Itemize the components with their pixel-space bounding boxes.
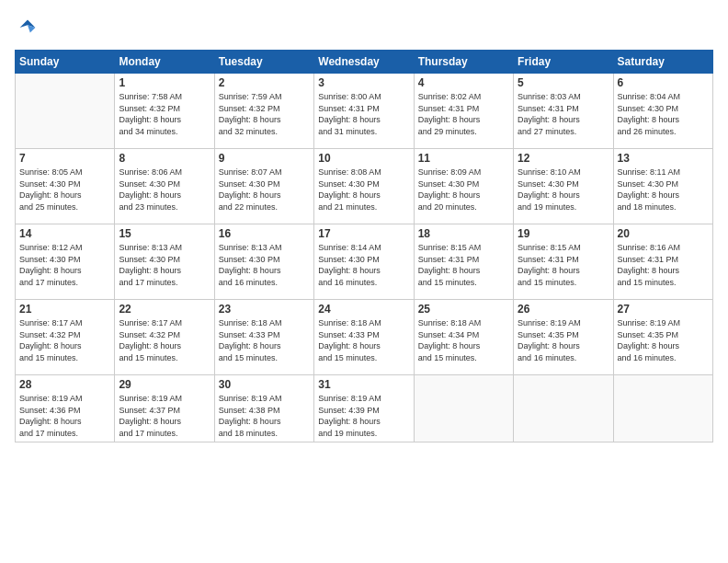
day-info: Sunrise: 8:02 AM Sunset: 4:31 PM Dayligh…: [418, 91, 509, 137]
calendar-cell: 26Sunrise: 8:19 AM Sunset: 4:35 PM Dayli…: [514, 300, 613, 375]
day-number: 23: [219, 303, 310, 316]
day-info: Sunrise: 8:12 AM Sunset: 4:30 PM Dayligh…: [19, 242, 110, 288]
calendar-cell: 5Sunrise: 8:03 AM Sunset: 4:31 PM Daylig…: [514, 74, 613, 149]
day-info: Sunrise: 8:17 AM Sunset: 4:32 PM Dayligh…: [19, 317, 110, 363]
day-number: 20: [618, 227, 709, 240]
calendar-cell: 12Sunrise: 8:10 AM Sunset: 4:30 PM Dayli…: [514, 149, 613, 224]
calendar-cell: 17Sunrise: 8:14 AM Sunset: 4:30 PM Dayli…: [314, 224, 414, 300]
day-info: Sunrise: 8:08 AM Sunset: 4:30 PM Dayligh…: [318, 167, 409, 213]
day-info: Sunrise: 8:09 AM Sunset: 4:30 PM Dayligh…: [418, 167, 509, 213]
calendar-cell: 18Sunrise: 8:15 AM Sunset: 4:31 PM Dayli…: [414, 224, 513, 300]
day-number: 4: [418, 76, 509, 89]
calendar-cell: 24Sunrise: 8:18 AM Sunset: 4:33 PM Dayli…: [314, 300, 414, 375]
calendar-cell: 3Sunrise: 8:00 AM Sunset: 4:31 PM Daylig…: [314, 74, 414, 149]
day-info: Sunrise: 8:17 AM Sunset: 4:32 PM Dayligh…: [119, 317, 210, 363]
weekday-header-sunday: Sunday: [16, 51, 115, 74]
day-info: Sunrise: 8:00 AM Sunset: 4:31 PM Dayligh…: [318, 91, 409, 137]
week-row-3: 14Sunrise: 8:12 AM Sunset: 4:30 PM Dayli…: [16, 224, 713, 300]
calendar-cell: [613, 375, 712, 442]
day-number: 12: [518, 152, 609, 165]
day-info: Sunrise: 8:11 AM Sunset: 4:30 PM Dayligh…: [618, 167, 709, 213]
calendar-cell: [16, 74, 115, 149]
day-info: Sunrise: 7:58 AM Sunset: 4:32 PM Dayligh…: [119, 91, 210, 137]
day-number: 27: [618, 303, 709, 316]
day-info: Sunrise: 8:04 AM Sunset: 4:30 PM Dayligh…: [618, 91, 709, 137]
day-info: Sunrise: 8:07 AM Sunset: 4:30 PM Dayligh…: [219, 167, 310, 213]
day-number: 5: [518, 76, 609, 89]
calendar-cell: 4Sunrise: 8:02 AM Sunset: 4:31 PM Daylig…: [414, 74, 513, 149]
svg-marker-0: [20, 20, 36, 28]
day-info: Sunrise: 8:15 AM Sunset: 4:31 PM Dayligh…: [518, 242, 609, 288]
weekday-header-tuesday: Tuesday: [214, 51, 313, 74]
day-info: Sunrise: 8:14 AM Sunset: 4:30 PM Dayligh…: [318, 242, 409, 288]
day-info: Sunrise: 8:05 AM Sunset: 4:30 PM Dayligh…: [19, 167, 110, 213]
day-info: Sunrise: 8:19 AM Sunset: 4:36 PM Dayligh…: [19, 393, 110, 439]
day-number: 29: [119, 378, 210, 391]
day-number: 2: [219, 76, 310, 89]
day-number: 21: [19, 303, 110, 316]
calendar-cell: [514, 375, 613, 442]
calendar-cell: 16Sunrise: 8:13 AM Sunset: 4:30 PM Dayli…: [214, 224, 313, 300]
day-info: Sunrise: 8:13 AM Sunset: 4:30 PM Dayligh…: [119, 242, 210, 288]
week-row-1: 1Sunrise: 7:58 AM Sunset: 4:32 PM Daylig…: [16, 74, 713, 149]
weekday-header-thursday: Thursday: [414, 51, 513, 74]
day-number: 26: [518, 303, 609, 316]
day-info: Sunrise: 8:19 AM Sunset: 4:38 PM Dayligh…: [219, 393, 310, 439]
calendar-cell: 21Sunrise: 8:17 AM Sunset: 4:32 PM Dayli…: [16, 300, 115, 375]
calendar-cell: 30Sunrise: 8:19 AM Sunset: 4:38 PM Dayli…: [214, 375, 313, 442]
logo: [15, 15, 44, 40]
calendar-cell: 22Sunrise: 8:17 AM Sunset: 4:32 PM Dayli…: [115, 300, 214, 375]
calendar-cell: [414, 375, 513, 442]
calendar-cell: 6Sunrise: 8:04 AM Sunset: 4:30 PM Daylig…: [613, 74, 712, 149]
day-info: Sunrise: 8:19 AM Sunset: 4:35 PM Dayligh…: [518, 317, 609, 363]
weekday-header-friday: Friday: [514, 51, 613, 74]
weekday-header-saturday: Saturday: [613, 51, 712, 74]
calendar-cell: 31Sunrise: 8:19 AM Sunset: 4:39 PM Dayli…: [314, 375, 414, 442]
calendar-cell: 25Sunrise: 8:18 AM Sunset: 4:34 PM Dayli…: [414, 300, 513, 375]
day-number: 16: [219, 227, 310, 240]
day-number: 19: [518, 227, 609, 240]
calendar-cell: 2Sunrise: 7:59 AM Sunset: 4:32 PM Daylig…: [214, 74, 313, 149]
calendar-cell: 19Sunrise: 8:15 AM Sunset: 4:31 PM Dayli…: [514, 224, 613, 300]
day-number: 7: [19, 152, 110, 165]
day-info: Sunrise: 8:13 AM Sunset: 4:30 PM Dayligh…: [219, 242, 310, 288]
day-number: 3: [318, 76, 409, 89]
day-info: Sunrise: 8:16 AM Sunset: 4:31 PM Dayligh…: [618, 242, 709, 288]
week-row-2: 7Sunrise: 8:05 AM Sunset: 4:30 PM Daylig…: [16, 149, 713, 224]
day-number: 9: [219, 152, 310, 165]
day-number: 1: [119, 76, 210, 89]
day-number: 31: [318, 378, 409, 391]
day-info: Sunrise: 8:03 AM Sunset: 4:31 PM Dayligh…: [518, 91, 609, 137]
day-info: Sunrise: 8:15 AM Sunset: 4:31 PM Dayligh…: [418, 242, 509, 288]
calendar-cell: 9Sunrise: 8:07 AM Sunset: 4:30 PM Daylig…: [214, 149, 313, 224]
day-info: Sunrise: 8:10 AM Sunset: 4:30 PM Dayligh…: [518, 167, 609, 213]
day-number: 28: [19, 378, 110, 391]
day-number: 30: [219, 378, 310, 391]
day-info: Sunrise: 8:19 AM Sunset: 4:35 PM Dayligh…: [618, 317, 709, 363]
day-info: Sunrise: 8:19 AM Sunset: 4:37 PM Dayligh…: [119, 393, 210, 439]
day-number: 6: [618, 76, 709, 89]
weekday-header-wednesday: Wednesday: [314, 51, 414, 74]
day-number: 11: [418, 152, 509, 165]
day-number: 24: [318, 303, 409, 316]
weekday-header-row: SundayMondayTuesdayWednesdayThursdayFrid…: [16, 51, 713, 74]
calendar-cell: 13Sunrise: 8:11 AM Sunset: 4:30 PM Dayli…: [613, 149, 712, 224]
logo-icon: [15, 15, 40, 40]
calendar-cell: 23Sunrise: 8:18 AM Sunset: 4:33 PM Dayli…: [214, 300, 313, 375]
day-number: 17: [318, 227, 409, 240]
page-header: [15, 15, 713, 40]
week-row-5: 28Sunrise: 8:19 AM Sunset: 4:36 PM Dayli…: [16, 375, 713, 442]
day-number: 13: [618, 152, 709, 165]
calendar-cell: 14Sunrise: 8:12 AM Sunset: 4:30 PM Dayli…: [16, 224, 115, 300]
weekday-header-monday: Monday: [115, 51, 214, 74]
calendar-cell: 1Sunrise: 7:58 AM Sunset: 4:32 PM Daylig…: [115, 74, 214, 149]
day-number: 8: [119, 152, 210, 165]
day-info: Sunrise: 8:19 AM Sunset: 4:39 PM Dayligh…: [318, 393, 409, 439]
day-number: 14: [19, 227, 110, 240]
calendar-cell: 10Sunrise: 8:08 AM Sunset: 4:30 PM Dayli…: [314, 149, 414, 224]
day-number: 10: [318, 152, 409, 165]
day-info: Sunrise: 8:18 AM Sunset: 4:34 PM Dayligh…: [418, 317, 509, 363]
calendar-cell: 28Sunrise: 8:19 AM Sunset: 4:36 PM Dayli…: [16, 375, 115, 442]
week-row-4: 21Sunrise: 8:17 AM Sunset: 4:32 PM Dayli…: [16, 300, 713, 375]
day-number: 22: [119, 303, 210, 316]
